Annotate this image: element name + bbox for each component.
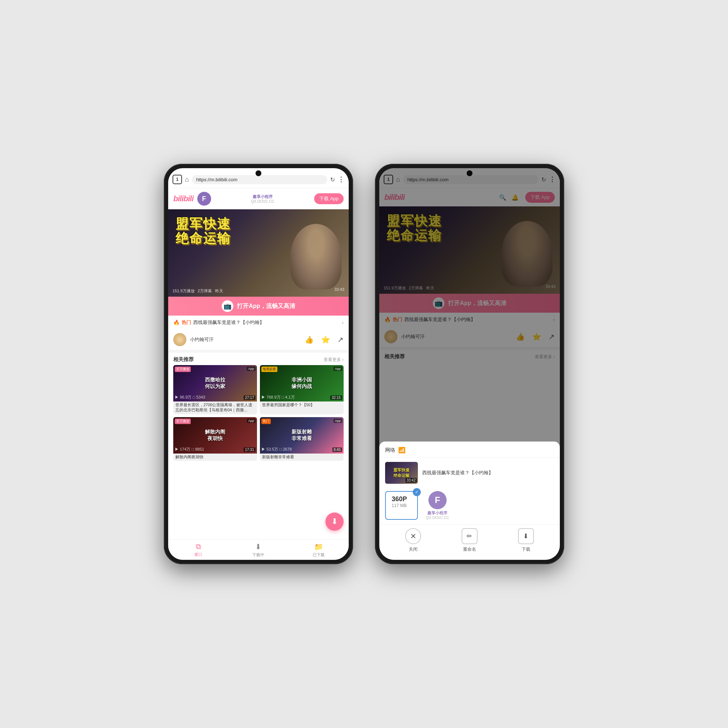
close-label: 关闭 — [409, 546, 418, 552]
open-app-text-left: 打开App，流畅又高清 — [237, 303, 295, 310]
hot-label-left: 热门 — [182, 319, 191, 326]
bili-mascot-left: 📺 — [222, 300, 233, 312]
overlay-thumb: 盟军快速绝命运输 33:42 — [385, 462, 418, 484]
nav-downloading-icon-left: ⬇ — [255, 542, 262, 551]
download-label: 下载 — [522, 546, 530, 552]
overlay-watermark-sub: QX.OOVC.CC — [426, 516, 449, 520]
quality-options: ✓ 360P 117 MB F 趣享小程序 QX.OOVC.CC — [379, 488, 560, 524]
reco-title-left: 相关推荐 — [173, 356, 194, 363]
nav-window-label-left: 窗口 — [194, 552, 202, 557]
hot-section-left[interactable]: 🔥 热门 西线最强飙车党是谁？【小约翰】 › — [168, 316, 349, 329]
open-app-banner-left[interactable]: 📺 打开App，流畅又高清 — [168, 297, 349, 316]
reco-duration-1: 27:17 — [243, 395, 255, 400]
left-phone: 1 ⌂ https://m.bilibili.com ↻ ⋮ bilibili … — [164, 164, 353, 564]
reco-badge-2: 每周必看 — [262, 367, 277, 372]
overlay-video-title: 西线最强飙车党是谁？【小约翰】 — [422, 470, 554, 476]
reco-thumb-2: 非洲小国缘何内战 ▶ 768.9万 □ 4.1万 每周必看 App 32:15 — [260, 365, 344, 401]
quality-check-icon: ✓ — [413, 488, 421, 496]
menu-icon-left[interactable]: ⋮ — [338, 176, 344, 184]
overlay-video-info: 西线最强飙车党是谁？【小约翰】 — [422, 470, 554, 476]
reco-app-tag-2: App — [333, 367, 342, 371]
camera-left — [255, 170, 262, 176]
user-avatar-left[interactable]: F — [197, 192, 211, 206]
reco-thumb-4: 新版射雕非常难看 ▶ 53.5万 □ 2678 热门 App 8:45 — [260, 417, 344, 454]
chevron-right-left: › — [342, 320, 344, 326]
url-bar-left[interactable]: https://m.bilibili.com — [192, 175, 327, 184]
overlay-download-action[interactable]: ⬇ 下载 — [518, 528, 534, 552]
overlay-close-action[interactable]: ✕ 关闭 — [405, 528, 421, 552]
reco-duration-3: 17:31 — [243, 447, 255, 452]
reco-desc-3: 解散内阁夜胡快 — [173, 454, 257, 461]
banner-meta-left: 151.9万播放 2万弹幕 昨天 33:43 — [173, 287, 344, 294]
mini-program-badge-left: 趣享小程序 QX.OOVC.CC — [215, 194, 311, 203]
bili-header-left: bilibili F 趣享小程序 QX.OOVC.CC 下载 App — [168, 188, 349, 209]
star-icon-left[interactable]: ⭐ — [321, 335, 330, 344]
right-phone: 1 ⌂ https://m.bilibili.com ↻ ⋮ bilibili … — [375, 164, 564, 564]
reco-card-4[interactable]: 新版射雕非常难看 ▶ 53.5万 □ 2678 热门 App 8:45 新版射雕… — [260, 417, 344, 461]
reco-thumb-1: 西撒哈拉何以为家 ▶ 96.9万 □ 5343 百万播放 App 27:17 — [173, 365, 257, 401]
quality-360p[interactable]: ✓ 360P 117 MB — [385, 491, 418, 520]
nav-downloaded-left[interactable]: 📁 已下载 — [289, 540, 349, 560]
nav-downloading-left[interactable]: ⬇ 下载中 — [228, 540, 288, 560]
overlay-video-row: 盟军快速绝命运输 33:42 西线最强飙车党是谁？【小约翰】 — [379, 457, 560, 488]
play-icon-1: ▶ 96.9万 □ 5343 — [175, 395, 205, 400]
reco-card-3[interactable]: 解散内阁夜胡快 ▶ 174万 □ 8851 百万播放 App 17:31 解散内… — [173, 417, 257, 461]
right-phone-screen: 1 ⌂ https://m.bilibili.com ↻ ⋮ bilibili … — [379, 168, 560, 560]
download-app-btn-left[interactable]: 下载 App — [314, 193, 344, 204]
play-icon-2: ▶ 768.9万 □ 4.1万 — [262, 395, 295, 400]
tab-number-left[interactable]: 1 — [173, 175, 182, 184]
reco-desc-2: 世界最穷国家是哪个？【50】 — [260, 401, 344, 409]
rename-label: 重命名 — [463, 546, 476, 552]
overlay-actions: ✕ 关闭 ✏ 重命名 ⬇ 下载 — [379, 524, 560, 552]
quality-size-label: 117 MB — [392, 503, 411, 508]
reco-thumb-3: 解散内阁夜胡快 ▶ 174万 □ 8851 百万播放 App 17:31 — [173, 417, 257, 454]
reco-badge-1: 百万播放 — [175, 367, 191, 372]
nav-downloaded-icon-left: 📁 — [314, 542, 323, 551]
channel-name-left: 小约翰可汗 — [190, 336, 301, 343]
like-icon-left[interactable]: 👍 — [305, 335, 314, 344]
reco-more-left[interactable]: 查看更多 › — [324, 357, 344, 363]
channel-info-left: 小约翰可汗 👍 ⭐ ↗ — [168, 329, 349, 353]
reco-card-2[interactable]: 非洲小国缘何内战 ▶ 768.9万 □ 4.1万 每周必看 App 32:15 … — [260, 365, 344, 414]
overlay-thumb-duration: 33:42 — [405, 478, 417, 483]
bottom-nav-left: ⧉ 窗口 ⬇ 下载中 📁 已下载 — [168, 539, 349, 560]
reco-desc-4: 新版射雕非常难看 — [260, 454, 344, 461]
video-banner-left[interactable]: 盟军快速 绝命运输 151.9万播放 2万弹幕 昨天 33:43 — [168, 209, 349, 297]
reco-app-tag-3: App — [247, 419, 255, 423]
reco-app-tag-4: App — [333, 419, 342, 423]
refresh-icon-left[interactable]: ↻ — [330, 176, 335, 183]
nav-downloading-label-left: 下载中 — [252, 552, 264, 558]
hot-title-left: 西线最强飙车党是谁？【小约翰】 — [193, 319, 340, 326]
reco-card-1[interactable]: 西撒哈拉何以为家 ▶ 96.9万 □ 5343 百万播放 App 27:17 世… — [173, 365, 257, 414]
reco-header-left: 相关推荐 查看更多 › — [168, 353, 349, 365]
channel-actions-left: 👍 ⭐ ↗ — [305, 335, 344, 344]
play-icon-3: ▶ 174万 □ 8851 — [175, 447, 204, 452]
overlay-watermark-avatar: F — [428, 491, 447, 509]
overlay-rename-action[interactable]: ✏ 重命名 — [462, 528, 477, 552]
home-icon-left[interactable]: ⌂ — [185, 176, 189, 184]
video-title-left: 盟军快速 绝命运输 — [176, 217, 341, 245]
reco-duration-2: 32:15 — [330, 395, 342, 400]
reco-app-tag-1: App — [247, 367, 255, 371]
bili-logo-left[interactable]: bilibili — [173, 194, 194, 203]
nav-window-left[interactable]: ⧉ 窗口 — [168, 540, 228, 560]
play-icon-4: ▶ 53.5万 □ 2678 — [262, 447, 292, 452]
quality-res-label: 360P — [392, 496, 411, 503]
content-area-left: 相关推荐 查看更多 › 西撒哈拉何以为家 ▶ 96.9万 □ 5343 百万播放… — [168, 353, 349, 539]
network-label: 网络 — [385, 447, 395, 454]
reco-duration-4: 8:45 — [332, 447, 342, 452]
share-icon-left[interactable]: ↗ — [337, 335, 344, 344]
fab-download-btn-left[interactable]: ⬇ — [326, 512, 344, 531]
fire-icon-left: 🔥 — [173, 320, 179, 326]
wifi-icon: 📶 — [398, 447, 405, 454]
channel-avatar-left[interactable] — [173, 333, 187, 346]
reco-badge-4: 热门 — [262, 419, 271, 424]
reco-desc-1: 世界最长雷区，2700公里隔离墙，被世人遗忘的北非巴勒斯坦【马格里布04｜西撒.… — [173, 401, 257, 414]
rename-icon: ✏ — [462, 528, 477, 544]
overlay-watermark-text: 趣享小程序 — [427, 510, 447, 516]
overlay-network-row: 网络 📶 — [379, 442, 560, 457]
download-icon: ⬇ — [518, 528, 534, 544]
close-circle-icon: ✕ — [405, 528, 421, 544]
nav-window-icon-left: ⧉ — [196, 542, 201, 551]
download-overlay-panel: 网络 📶 盟军快速绝命运输 33:42 西线最强飙车党是谁？【小约翰】 ✓ 36… — [379, 442, 560, 560]
